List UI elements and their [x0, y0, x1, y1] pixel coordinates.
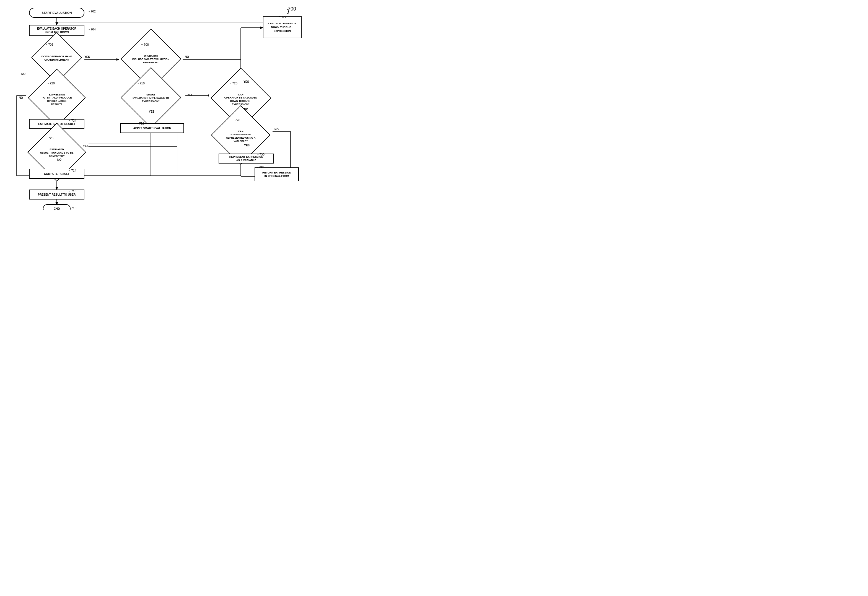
ref-700-bracket: }: [287, 8, 289, 14]
ref-730: ~ 730: [257, 153, 264, 156]
yes-720: YES: [244, 80, 249, 83]
end-node: END: [43, 204, 71, 210]
ref-724: ~ 724: [69, 119, 76, 122]
no-706: NO: [21, 72, 25, 75]
no-726: NO: [57, 158, 61, 161]
cascade-node: CASCADE OPERATORDOWN THROUGHEXPRESSION: [263, 16, 302, 38]
ref-714: ~ 714: [69, 169, 76, 172]
ref-712: ~ 712: [136, 122, 144, 125]
no-728: NO: [275, 128, 279, 131]
ref-720: ~ 720: [230, 82, 238, 85]
return-expr-node: RETURN EXPRESSIONIN ORIGINAL FORM: [255, 167, 299, 181]
no-720b: NO: [19, 96, 23, 99]
d710-node: SMARTEVALUATION APPLICABLE TOEXPRESSION?: [116, 82, 185, 115]
ref-704: ~ 704: [88, 28, 96, 31]
ref-732: ~ 732: [256, 165, 264, 169]
no-708: NO: [185, 55, 189, 58]
d720b-node: EXPRESSIONPOTENTIALLY PRODUCEOVERLY LARG…: [26, 82, 87, 118]
yes-706: YES: [84, 55, 90, 58]
yes-726: YES: [83, 145, 89, 148]
ref-710: ~ 710: [137, 82, 145, 85]
ref-706: ~ 706: [46, 43, 53, 46]
start-node: START EVALUATION: [29, 8, 84, 18]
apply-smart-node: APPLY SMART EVALUATION: [120, 123, 184, 133]
yes-710: YES: [149, 110, 154, 113]
flowchart-diagram: 700 } START EVALUATION ~ 702 EVALUATE EA…: [0, 0, 304, 210]
ref-708: ~ 708: [141, 43, 149, 46]
ref-726: ~ 726: [46, 136, 53, 140]
ref-720b: ~ 720: [47, 82, 55, 85]
no-710: NO: [187, 93, 192, 97]
yes-728: YES: [244, 144, 249, 147]
d726-node: ESTIMATEDRESULT TOO LARGE TO BECOMPUTED?: [25, 136, 89, 170]
ref-718: ~ 718: [69, 207, 76, 210]
ref-716: ~ 716: [69, 190, 76, 193]
represent-node: REPRESENT EXPRESSIONAS A VARIABLE: [218, 153, 274, 164]
ref-702: ~ 702: [88, 10, 96, 13]
ref-728: ~ 728: [232, 118, 240, 122]
ref-722: ~ 722: [279, 15, 287, 19]
d728-node: CANEXPRESSION BEREPRESENTED USING AVARIA…: [209, 118, 273, 154]
